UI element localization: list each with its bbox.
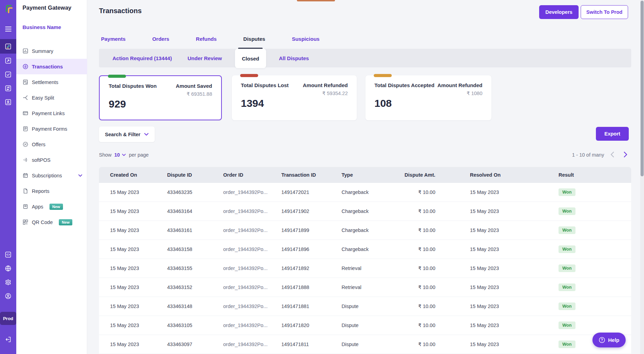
subtab-all-disputes[interactable]: All Disputes (279, 55, 309, 61)
table-row[interactable]: 15 May 2023 433463158 order_1944392Po...… (99, 240, 631, 259)
search-filter-button[interactable]: Search & Filter (99, 127, 155, 142)
tab-disputes[interactable]: Disputes (243, 36, 265, 42)
cell-dispute-amount: ₹ 10.00 (399, 342, 435, 347)
table-row[interactable]: 15 May 2023 433463235 order_1944392Po...… (99, 183, 631, 202)
sidebar-item-label: QR Code (32, 220, 53, 225)
pagination-range: 1 - 10 of many (572, 152, 604, 158)
sidebar-item-softpos[interactable]: softPOS (16, 152, 87, 168)
globe-icon[interactable] (0, 261, 16, 275)
export-button[interactable]: Export (596, 127, 629, 141)
sidebar-item-summary[interactable]: Summary (16, 43, 87, 59)
table-body: 15 May 2023 433463235 order_1944392Po...… (99, 183, 631, 354)
next-page-icon[interactable] (624, 151, 627, 158)
cell-type: Chargeback (342, 246, 399, 252)
form-doc-icon (22, 126, 28, 132)
sidebar-item-transactions[interactable]: Transactions (16, 59, 87, 74)
won-badge: Won (559, 341, 575, 348)
tab-suspicious[interactable]: Suspicious (292, 36, 319, 42)
sidebar-item-apps[interactable]: Apps New (16, 199, 87, 214)
chevron-down-icon (122, 153, 126, 156)
profile-icon[interactable] (0, 289, 16, 303)
cell-type: Chargeback (342, 189, 399, 195)
cell-result: Won (524, 245, 631, 253)
tab-payments[interactable]: Payments (101, 36, 126, 42)
sidebar-item-label: Apps (32, 204, 43, 209)
cell-transaction-id: 1491471811 (281, 342, 342, 347)
cell-dispute-amount: ₹ 10.00 (399, 266, 435, 271)
table-row[interactable]: 15 May 2023 433463097 order_1944392Po...… (99, 335, 631, 354)
rail-payments-icon[interactable] (0, 39, 16, 54)
previous-page-icon[interactable] (610, 151, 614, 158)
card-disputes-lost[interactable]: Total Disputes Lost Amount Refunded ₹ 59… (232, 75, 357, 120)
column-header: Type (342, 172, 399, 178)
rail-customer-icon[interactable] (0, 95, 16, 109)
table-row[interactable]: 15 May 2023 433463161 order_1944392Po...… (99, 221, 631, 240)
page-size-dropdown[interactable]: 10 (114, 152, 126, 158)
sidebar-item-easy-split[interactable]: Easy Split (16, 90, 87, 105)
sidebar-item-label: Offers (32, 142, 45, 147)
card-amount-label: Amount Refunded (437, 82, 482, 88)
card-disputes-won[interactable]: Total Disputes Won Amount Saved ₹ 69351.… (99, 75, 222, 120)
subtab-action-required[interactable]: Action Required (13444) (112, 55, 172, 61)
page-size-value: 10 (114, 152, 120, 158)
apps-file-icon (22, 204, 28, 209)
cell-dispute-amount: ₹ 10.00 (399, 285, 435, 290)
table-row[interactable]: 15 May 2023 433463155 order_1944392Po...… (99, 259, 631, 278)
sidebar-item-payment-forms[interactable]: Payment Forms (16, 121, 87, 137)
brand-logo[interactable] (0, 1, 16, 16)
rail-refresh-icon[interactable] (0, 81, 16, 95)
sidebar-item-offers[interactable]: Offers (16, 137, 87, 152)
cell-dispute-id: 433463105 (167, 323, 223, 328)
developers-button[interactable]: Developers (539, 5, 579, 19)
calendar-icon (22, 173, 28, 178)
cell-type: Chargeback (342, 227, 399, 233)
help-label: Help (608, 337, 619, 343)
cell-dispute-id: 433463158 (167, 246, 223, 252)
cell-resolved-on: 15 May 2023 (435, 266, 524, 271)
scrollbar-thumb[interactable] (641, 1, 644, 176)
sidebar-item-label: Reports (32, 188, 49, 194)
card-disputes-accepted[interactable]: Total Disputes Accepted Amount Refunded … (365, 75, 491, 120)
switch-to-prod-button[interactable]: Switch To Prod (581, 5, 628, 19)
page-title: Transactions (99, 7, 142, 15)
code-icon[interactable] (0, 248, 16, 261)
chevron-down-icon[interactable] (78, 174, 82, 177)
gear-icon[interactable] (0, 275, 16, 289)
top-loading-bar (297, 0, 335, 1)
cell-resolved-on: 15 May 2023 (435, 208, 524, 214)
sidebar-item-payment-links[interactable]: Payment Links (16, 105, 87, 121)
help-button[interactable]: Help (592, 333, 626, 347)
cell-created-on: 15 May 2023 (110, 342, 167, 347)
main-tabs: Payments Orders Refunds Disputes Suspici… (101, 36, 319, 42)
card-amount-value: ₹ 1080 (365, 91, 491, 96)
dispute-subtabs: Action Required (13444) Under Review Clo… (99, 49, 631, 67)
table-row[interactable]: 15 May 2023 433463148 order_1944392Po...… (99, 297, 631, 316)
sidebar-item-subscriptions[interactable]: Subscriptions (16, 168, 87, 183)
vertical-scrollbar[interactable] (640, 0, 644, 354)
table-row[interactable]: 15 May 2023 433463105 order_1944392Po...… (99, 316, 631, 335)
subtab-closed[interactable]: Closed (235, 49, 266, 68)
sidebar-item-label: Easy Split (32, 95, 54, 101)
search-filter-label: Search & Filter (105, 132, 140, 137)
sidebar-item-reports[interactable]: Reports (16, 183, 87, 199)
cell-transaction-id: 1491471902 (281, 208, 342, 214)
table-row[interactable]: 15 May 2023 433463152 order_1944392Po...… (99, 278, 631, 297)
table-row[interactable]: 15 May 2023 433463164 order_1944392Po...… (99, 202, 631, 221)
cell-order-id: order_1944392Po... (223, 342, 281, 347)
cell-type: Dispute (342, 304, 399, 309)
sidebar-item-settlements[interactable]: Settlements (16, 74, 87, 90)
rail-check-doc-icon[interactable] (0, 67, 16, 81)
cell-result: Won (524, 264, 631, 272)
hamburger-menu-icon[interactable] (0, 22, 16, 36)
cell-dispute-id: 433463148 (167, 304, 223, 309)
sidebar-item-qr-code[interactable]: QR Code New (16, 214, 87, 230)
logout-icon[interactable] (0, 333, 16, 346)
business-name[interactable]: Business Name (22, 24, 61, 30)
tab-orders[interactable]: Orders (152, 36, 169, 42)
rail-bottom-group: Prod (0, 248, 16, 354)
sidebar-item-label: Subscriptions (32, 173, 62, 178)
cell-order-id: order_1944392Po... (223, 266, 281, 271)
rail-link-out-icon[interactable] (0, 54, 16, 67)
tab-refunds[interactable]: Refunds (196, 36, 217, 42)
subtab-under-review[interactable]: Under Review (188, 55, 222, 61)
